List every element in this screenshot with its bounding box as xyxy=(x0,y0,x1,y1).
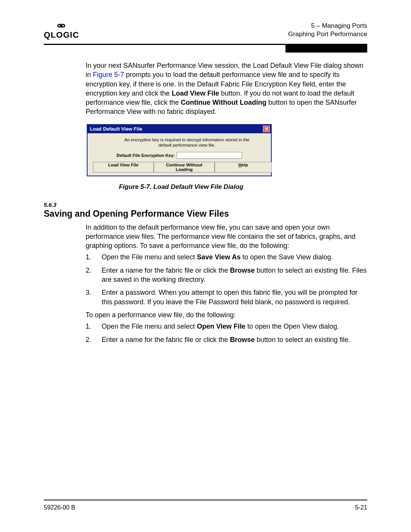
open-steps-list: 1. Open the File menu and select Open Vi… xyxy=(86,322,367,344)
page-footer: 59226-00 B 5-21 xyxy=(44,500,367,511)
close-icon[interactable]: ✕ xyxy=(263,126,270,132)
logo-glyph: ⚮ xyxy=(44,21,79,31)
dialog-message: An encryption key is required to decrypt… xyxy=(122,137,252,148)
header-black-bar xyxy=(285,45,367,53)
list-item: 1. Open the File menu and select Open Vi… xyxy=(86,322,367,331)
figure-link[interactable]: Figure 5-7 xyxy=(93,71,124,78)
footer-rule xyxy=(44,500,367,500)
page-header: ⚮ QLOGIC 5 – Managing Ports Graphing Por… xyxy=(44,21,367,42)
list-item: 2. Enter a name for the fabric file or c… xyxy=(86,266,367,284)
header-right: 5 – Managing Ports Graphing Port Perform… xyxy=(288,22,367,38)
header-section: Graphing Port Performance xyxy=(288,30,367,38)
dialog-titlebar: Load Default View File ✕ xyxy=(88,125,271,133)
logo: ⚮ QLOGIC xyxy=(44,21,79,39)
section-title: Saving and Opening Performance View File… xyxy=(44,209,367,219)
help-button[interactable]: Help xyxy=(215,162,272,173)
list-item: 2. Enter a name for the fabric file or c… xyxy=(86,335,367,344)
save-intro-paragraph: In addition to the default performance v… xyxy=(86,223,367,251)
list-item: 1. Open the File menu and select Save Vi… xyxy=(86,252,367,262)
continue-without-loading-button[interactable]: Continue Without Loading xyxy=(154,162,215,173)
intro-paragraph: In your next SANsurfer Performance View … xyxy=(86,61,367,117)
list-item: 3. Enter a password. When you attempt to… xyxy=(86,288,367,307)
footer-page-number: 5-21 xyxy=(355,504,367,511)
load-view-file-button[interactable]: Load View File xyxy=(93,162,154,173)
footer-doc-id: 59226-00 B xyxy=(44,504,75,511)
logo-text: QLOGIC xyxy=(44,30,79,40)
save-steps-list: 1. Open the File menu and select Save Vi… xyxy=(86,252,367,306)
figure-caption: Figure 5-7. Load Default View File Dialo… xyxy=(89,183,273,191)
section-number: 5.6.3 xyxy=(44,201,367,208)
dialog-title-text: Load Default View File xyxy=(90,126,142,132)
encryption-key-label: Default File Encryption Key: xyxy=(116,153,175,158)
open-intro-paragraph: To open a performance view file, do the … xyxy=(86,310,367,320)
header-chapter: 5 – Managing Ports xyxy=(288,22,367,30)
encryption-key-input[interactable] xyxy=(177,152,242,159)
load-default-view-dialog: Load Default View File ✕ An encryption k… xyxy=(87,124,272,176)
